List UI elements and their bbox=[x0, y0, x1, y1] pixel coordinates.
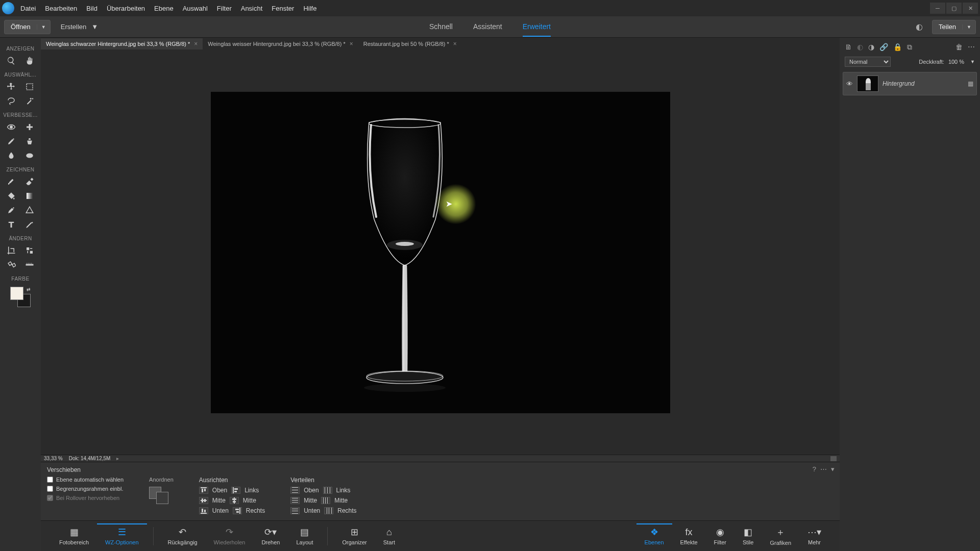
hand-tool-icon[interactable] bbox=[24, 56, 35, 66]
paint-bucket-tool-icon[interactable] bbox=[6, 191, 16, 201]
close-window-button[interactable]: ✕ bbox=[963, 3, 978, 14]
layers-panel-button[interactable]: ❖Ebenen bbox=[636, 523, 672, 545]
create-dropdown[interactable]: Erstellen ▼ bbox=[61, 23, 98, 31]
photo-bin-button[interactable]: ▦Fotobereich bbox=[51, 527, 97, 545]
home-button[interactable]: ⌂Start bbox=[375, 527, 403, 545]
mode-guided[interactable]: Assistent bbox=[473, 17, 502, 37]
move-tool-icon[interactable] bbox=[6, 82, 16, 92]
pencil-tool-icon[interactable] bbox=[24, 219, 35, 230]
menu-enhance[interactable]: Überarbeiten bbox=[107, 5, 145, 12]
dist-hcenter-icon[interactable] bbox=[321, 497, 330, 504]
dist-right-icon[interactable] bbox=[324, 507, 333, 514]
zoom-level[interactable]: 33,33 % bbox=[44, 456, 63, 461]
panel-menu-icon[interactable]: ⋯ bbox=[820, 465, 827, 473]
align-top-icon[interactable] bbox=[199, 487, 208, 494]
chevron-right-icon[interactable]: ▸ bbox=[116, 456, 119, 461]
mode-expert[interactable]: Erweitert bbox=[523, 17, 551, 37]
swap-colors-icon[interactable]: ⇄ bbox=[27, 287, 31, 292]
menu-image[interactable]: Bild bbox=[86, 5, 97, 12]
spot-heal-tool-icon[interactable] bbox=[24, 122, 35, 132]
dist-bottom-icon[interactable] bbox=[290, 507, 300, 514]
close-tab-icon[interactable]: × bbox=[194, 40, 198, 47]
doc-tab-1[interactable]: Weinglas schwarzer Hintergrund.jpg bei 3… bbox=[41, 38, 203, 49]
foreground-color-swatch[interactable] bbox=[10, 287, 23, 300]
menu-help[interactable]: Hilfe bbox=[303, 5, 316, 12]
adjustment-layer-icon[interactable]: ◑ bbox=[868, 43, 874, 52]
magic-wand-tool-icon[interactable] bbox=[24, 96, 35, 106]
layout-button[interactable]: ▤Layout bbox=[288, 527, 321, 545]
marquee-tool-icon[interactable] bbox=[24, 82, 35, 92]
maximize-button[interactable]: ▢ bbox=[946, 3, 962, 14]
dist-left-icon[interactable] bbox=[323, 487, 332, 494]
auto-select-checkbox[interactable]: Ebene automatisch wählen bbox=[47, 477, 124, 483]
minimize-button[interactable]: ─ bbox=[930, 3, 945, 14]
clone-stamp-tool-icon[interactable] bbox=[24, 136, 35, 146]
collapse-panel-icon[interactable]: ▾ bbox=[831, 465, 835, 473]
recompose-tool-icon[interactable] bbox=[24, 245, 35, 256]
layer-mask-icon[interactable]: ◐ bbox=[857, 43, 863, 52]
layer-group-icon[interactable]: ⧉ bbox=[907, 43, 912, 52]
link-layers-icon[interactable]: 🔗 bbox=[879, 43, 888, 52]
rollover-checkbox[interactable]: Bei Rollover hervorheben bbox=[47, 495, 124, 501]
menu-window[interactable]: Fenster bbox=[272, 5, 294, 12]
redeye-tool-icon[interactable] bbox=[6, 122, 16, 132]
menu-layer[interactable]: Ebene bbox=[154, 5, 174, 12]
theme-toggle-icon[interactable]: ◐ bbox=[916, 22, 923, 32]
menu-edit[interactable]: Bearbeiten bbox=[45, 5, 77, 12]
undo-button[interactable]: ↶Rückgängig bbox=[160, 527, 206, 545]
smart-brush-tool-icon[interactable] bbox=[6, 136, 16, 146]
panel-options-icon[interactable]: ⋯ bbox=[968, 43, 975, 52]
document-canvas[interactable]: ➤ bbox=[211, 92, 670, 413]
align-bottom-icon[interactable] bbox=[199, 507, 208, 514]
menu-view[interactable]: Ansicht bbox=[241, 5, 263, 12]
arrange-icon[interactable] bbox=[149, 487, 169, 504]
blur-tool-icon[interactable] bbox=[6, 151, 16, 161]
bounds-checkbox[interactable]: Begrenzungsrahmen einbl. bbox=[47, 486, 124, 492]
brush-tool-icon[interactable] bbox=[6, 177, 16, 187]
dist-top-icon[interactable] bbox=[290, 487, 300, 494]
text-tool-icon[interactable] bbox=[6, 219, 16, 230]
open-dropdown-icon[interactable]: ▼ bbox=[37, 24, 50, 30]
open-button[interactable]: Öffnen ▼ bbox=[4, 20, 51, 34]
dist-vcenter-icon[interactable] bbox=[290, 497, 300, 504]
align-left-icon[interactable] bbox=[231, 487, 240, 494]
mode-quick[interactable]: Schnell bbox=[429, 17, 453, 37]
canvas-area[interactable]: ➤ bbox=[41, 50, 840, 455]
opacity-value[interactable]: 100 % bbox=[948, 59, 964, 65]
close-tab-icon[interactable]: × bbox=[453, 40, 457, 47]
layer-thumbnail[interactable] bbox=[857, 76, 878, 92]
eraser-tool-icon[interactable] bbox=[24, 177, 35, 187]
color-swatch[interactable]: ⇄ bbox=[10, 287, 31, 307]
shape-tool-icon[interactable] bbox=[24, 205, 35, 215]
tool-options-button[interactable]: ☰WZ-Optionen bbox=[97, 523, 146, 545]
align-right-icon[interactable] bbox=[233, 507, 242, 514]
straighten-tool-icon[interactable] bbox=[24, 260, 35, 270]
layer-name[interactable]: Hintergrund bbox=[883, 80, 915, 87]
blend-mode-select[interactable]: Normal bbox=[845, 57, 891, 67]
lock-layer-icon[interactable]: 🔒 bbox=[893, 43, 902, 52]
visibility-toggle-icon[interactable]: 👁 bbox=[846, 80, 853, 88]
organizer-button[interactable]: ⊞Organizer bbox=[334, 527, 375, 545]
styles-panel-button[interactable]: ◧Stile bbox=[734, 527, 762, 545]
align-hcenter-icon[interactable] bbox=[230, 497, 239, 504]
new-layer-icon[interactable]: 🗎 bbox=[845, 43, 852, 52]
crop-tool-icon[interactable] bbox=[6, 245, 16, 256]
doc-tab-2[interactable]: Weinglas weisser Hintergrund.jpg bei 33,… bbox=[203, 38, 358, 49]
doc-tab-3[interactable]: Restaurant.jpg bei 50 % (RGB/8) * × bbox=[358, 38, 462, 49]
menu-select[interactable]: Auswahl bbox=[183, 5, 208, 12]
delete-layer-icon[interactable]: 🗑 bbox=[955, 43, 963, 52]
share-button[interactable]: Teilen ▼ bbox=[932, 20, 976, 34]
help-icon[interactable]: ? bbox=[813, 465, 816, 473]
zoom-tool-icon[interactable] bbox=[6, 56, 16, 66]
horizontal-scrollbar[interactable] bbox=[830, 456, 837, 461]
rotate-button[interactable]: ⟳▾Drehen bbox=[253, 527, 288, 545]
align-vcenter-icon[interactable] bbox=[199, 497, 208, 504]
graphics-panel-button[interactable]: ＋Grafiken bbox=[762, 526, 799, 546]
lasso-tool-icon[interactable] bbox=[6, 96, 16, 106]
filters-panel-button[interactable]: ◉Filter bbox=[706, 527, 734, 545]
share-dropdown-icon[interactable]: ▼ bbox=[962, 24, 975, 30]
gradient-tool-icon[interactable] bbox=[24, 191, 35, 201]
menu-filter[interactable]: Filter bbox=[217, 5, 232, 12]
layer-row[interactable]: 👁 Hintergrund ▦ bbox=[843, 72, 977, 95]
menu-file[interactable]: Datei bbox=[20, 5, 36, 12]
